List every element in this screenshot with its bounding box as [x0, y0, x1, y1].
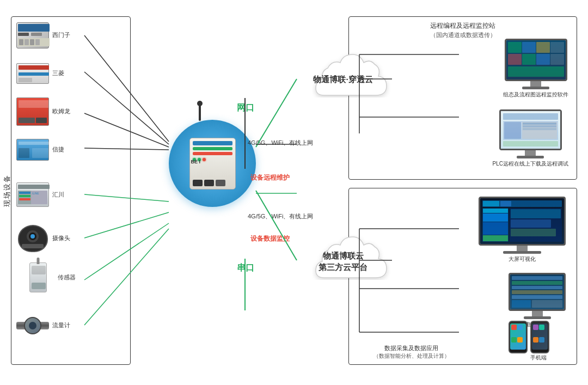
bigscreen-label: 大屏可视化 [509, 255, 536, 263]
left-panel-title: 现场设备 [2, 174, 12, 207]
device-inovance: ILINE 汇川 [16, 182, 64, 207]
monitor-pc: 电脑PC端 [509, 273, 566, 328]
gateway-container: BE I [169, 120, 256, 207]
remote-maintenance-label: 设备远程维护 [250, 173, 290, 182]
plc-label: PLC远程在线上下载及远程调试 [493, 160, 568, 168]
device-flowmeter: 流量计 [16, 313, 70, 338]
inovance-label: 汇川 [52, 191, 64, 199]
phone-label: 手机端 [530, 354, 547, 362]
svg-line-11 [256, 191, 297, 260]
data-collect-label: 数据采集及数据应用 （数据智能分析、处理及计算） [354, 344, 468, 360]
svg-line-10 [256, 79, 297, 147]
sensor-label: 传感器 [58, 273, 76, 282]
xinjie-label: 信捷 [52, 145, 64, 154]
cloud-bottom: 物通博联云 第三方云平台 [294, 226, 392, 297]
phone-1 [509, 321, 528, 353]
cloud-bottom-label: 物通博联云 第三方云平台 [318, 250, 367, 273]
monitor-scada: 组态及流程图远程监控软件 [503, 39, 568, 99]
cloud-top-label: 物通博联·穿透云 [313, 74, 372, 85]
mitsubishi-label: 三菱 [52, 69, 64, 77]
monitor-plc: PLC远程在线上下载及远程调试 [493, 109, 568, 168]
cloud-top: 物通博联·穿透云 [294, 44, 392, 114]
phones-container [509, 321, 549, 353]
serial-port-label: 串口 [237, 262, 254, 274]
omron-label: 欧姆龙 [52, 107, 70, 115]
monitor-bigscreen: 大屏可视化 [479, 197, 566, 263]
right-panel-top-title: 远程编程及远程监控站 （国内通道或数据透传） [430, 21, 496, 40]
scada-label: 组态及流程图远程监控软件 [503, 91, 568, 99]
device-xinjie: 信捷 [16, 137, 64, 162]
conn-label-net-bottom: 4G/5G、WiFi、有线上网 [248, 212, 313, 221]
gateway-label: BE I [191, 159, 201, 164]
phone-2 [530, 321, 549, 353]
network-port-label: 网口 [237, 102, 254, 114]
data-monitor-label: 设备数据监控 [250, 234, 290, 243]
gateway-circle: BE I [169, 120, 256, 207]
device-omron: 欧姆龙 [16, 99, 70, 124]
siemens-label: 西门子 [52, 31, 70, 39]
device-sensor: 传感器 [22, 265, 76, 290]
camera-label: 摄像头 [52, 234, 70, 242]
conn-label-net-top: 4G/5G、WiFi、有线上网 [248, 139, 313, 147]
device-camera: 摄像头 [16, 226, 70, 250]
device-siemens: 西门子 [16, 23, 70, 47]
main-container: 现场设备 西门子 [0, 0, 588, 385]
flowmeter-label: 流量计 [52, 321, 70, 329]
device-mitsubishi: 三菱 [16, 61, 64, 85]
